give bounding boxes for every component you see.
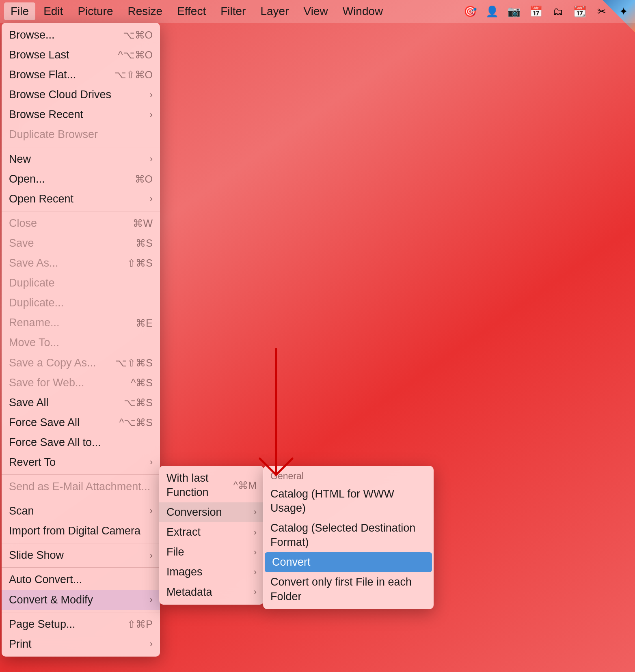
- menu-import-camera[interactable]: Import from Digital Camera: [2, 521, 160, 541]
- camera-icon[interactable]: 📷: [507, 4, 521, 19]
- menu-save-web: Save for Web... ^⌘S: [2, 373, 160, 393]
- menu-open-recent[interactable]: Open Recent ›: [2, 189, 160, 209]
- menu-slide-show[interactable]: Slide Show ›: [2, 545, 160, 565]
- arrow-annotation: [252, 345, 300, 510]
- conversion-catalog-dest[interactable]: Catalog (Selected Destination Format): [263, 518, 434, 552]
- menu-bar-window[interactable]: Window: [336, 2, 390, 20]
- menu-save-copy: Save a Copy As... ⌥⇧⌘S: [2, 353, 160, 373]
- menu-save-all[interactable]: Save All ⌥⌘S: [2, 393, 160, 413]
- menu-bar-picture[interactable]: Picture: [71, 2, 119, 20]
- menu-move-to: Move To...: [2, 333, 160, 353]
- menu-duplicate-dots: Duplicate...: [2, 293, 160, 313]
- conversion-convert[interactable]: Convert: [265, 552, 432, 572]
- folder-icon[interactable]: 🗂: [551, 4, 565, 19]
- separator-6: [2, 567, 160, 568]
- submenu-file[interactable]: File ›: [159, 542, 264, 562]
- menu-browse-flat[interactable]: Browse Flat... ⌥⇧⌘O: [2, 65, 160, 85]
- menu-duplicate-browser: Duplicate Browser: [2, 125, 160, 144]
- submenu-metadata[interactable]: Metadata ›: [159, 582, 264, 602]
- calendar2-icon[interactable]: 📆: [572, 4, 587, 19]
- person-icon[interactable]: 👤: [485, 4, 499, 19]
- menu-browse-cloud[interactable]: Browse Cloud Drives ›: [2, 85, 160, 105]
- menu-bar: File Edit Picture Resize Effect Filter L…: [0, 0, 635, 23]
- separator-7: [2, 612, 160, 612]
- separator-5: [2, 543, 160, 543]
- scissors-icon[interactable]: ✂: [594, 4, 609, 19]
- menu-save: Save ⌘S: [2, 233, 160, 253]
- menu-page-setup[interactable]: Page Setup... ⇧⌘P: [2, 614, 160, 634]
- menu-print[interactable]: Print ›: [2, 634, 160, 654]
- menu-rename: Rename... ⌘E: [2, 313, 160, 333]
- conversion-convert-first[interactable]: Convert only first File in each Folder: [263, 572, 434, 606]
- menu-send-email: Send as E-Mail Attachment...: [2, 477, 160, 497]
- menu-bar-layer[interactable]: Layer: [254, 2, 295, 20]
- menu-browse-recent[interactable]: Browse Recent ›: [2, 105, 160, 125]
- menu-close: Close ⌘W: [2, 213, 160, 233]
- menu-bar-resize[interactable]: Resize: [121, 2, 169, 20]
- convert-modify-submenu: With last Function ^⌘M Conversion › Extr…: [159, 466, 264, 605]
- star-icon[interactable]: ✦: [616, 4, 631, 19]
- file-menu-dropdown: Browse... ⌥⌘O Browse Last ^⌥⌘O Browse Fl…: [2, 23, 160, 657]
- separator-2: [2, 211, 160, 211]
- menu-new[interactable]: New ›: [2, 149, 160, 169]
- submenu-images[interactable]: Images ›: [159, 562, 264, 582]
- menu-scan[interactable]: Scan ›: [2, 501, 160, 521]
- menu-force-save-all[interactable]: Force Save All ^⌥⌘S: [2, 413, 160, 433]
- separator-1: [2, 147, 160, 147]
- menu-bar-effect[interactable]: Effect: [171, 2, 212, 20]
- menu-bar-icons: 🎯 👤 📷 📅 🗂 📆 ✂ ✦: [463, 4, 631, 19]
- separator-3: [2, 474, 160, 475]
- calendar-icon[interactable]: 📅: [529, 4, 543, 19]
- menu-open[interactable]: Open... ⌘O: [2, 169, 160, 189]
- menu-auto-convert[interactable]: Auto Convert...: [2, 570, 160, 590]
- submenu-last-function[interactable]: With last Function ^⌘M: [159, 468, 264, 502]
- menu-browse[interactable]: Browse... ⌥⌘O: [2, 25, 160, 45]
- submenu-extract[interactable]: Extract ›: [159, 522, 264, 542]
- menu-force-save-all-to[interactable]: Force Save All to...: [2, 433, 160, 452]
- separator-4: [2, 499, 160, 499]
- menu-bar-view[interactable]: View: [297, 2, 335, 20]
- menu-bar-filter[interactable]: Filter: [214, 2, 252, 20]
- menu-save-as: Save As... ⇧⌘S: [2, 253, 160, 273]
- target-icon[interactable]: 🎯: [463, 4, 477, 19]
- menu-browse-last[interactable]: Browse Last ^⌥⌘O: [2, 45, 160, 65]
- menu-duplicate: Duplicate: [2, 273, 160, 293]
- menu-bar-edit[interactable]: Edit: [37, 2, 69, 20]
- menu-revert-to[interactable]: Revert To ›: [2, 452, 160, 472]
- menu-convert-modify[interactable]: Convert & Modify ›: [2, 590, 160, 610]
- menu-bar-file[interactable]: File: [4, 2, 35, 20]
- submenu-conversion[interactable]: Conversion ›: [159, 502, 264, 522]
